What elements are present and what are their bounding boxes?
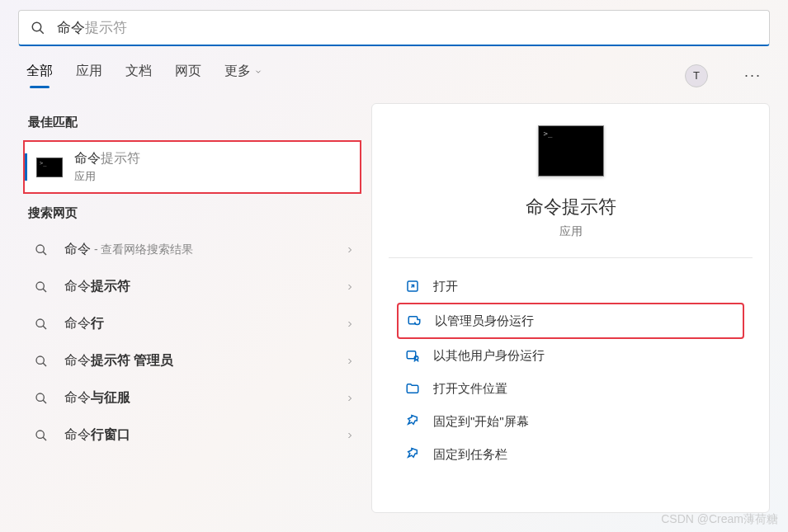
divider bbox=[389, 257, 753, 258]
web-suggestion[interactable]: 命令行窗口 bbox=[23, 417, 361, 454]
tab-documents[interactable]: 文档 bbox=[125, 63, 152, 88]
svg-line-9 bbox=[43, 363, 46, 366]
svg-point-2 bbox=[36, 245, 44, 252]
admin-shield-icon bbox=[405, 312, 423, 330]
action-label: 固定到"开始"屏幕 bbox=[433, 414, 529, 430]
open-icon bbox=[403, 277, 422, 295]
svg-point-0 bbox=[32, 22, 41, 31]
tab-more-label: 更多 bbox=[224, 63, 251, 80]
web-suggestion[interactable]: 命令提示符 管理员 bbox=[23, 342, 361, 379]
web-suggestions-list: 命令 - 查看网络搜索结果 命令提示符 命令行 命令提示符 管理员 命令与征服 bbox=[23, 231, 361, 454]
cmd-icon bbox=[36, 158, 63, 177]
search-icon bbox=[35, 318, 50, 331]
chevron-right-icon bbox=[345, 245, 355, 255]
svg-line-5 bbox=[43, 289, 46, 292]
svg-line-1 bbox=[40, 30, 44, 34]
pin-icon bbox=[403, 445, 422, 464]
search-icon bbox=[35, 243, 50, 257]
web-suggestion[interactable]: 命令提示符 bbox=[23, 268, 361, 305]
user-run-icon bbox=[403, 346, 422, 365]
chevron-right-icon bbox=[345, 319, 355, 329]
action-run-as-admin[interactable]: 以管理员身份运行 bbox=[397, 303, 744, 339]
pin-icon bbox=[403, 412, 422, 431]
svg-point-12 bbox=[36, 431, 44, 438]
tab-web[interactable]: 网页 bbox=[175, 63, 201, 88]
web-suggestion[interactable]: 命令行 bbox=[23, 305, 361, 342]
svg-line-7 bbox=[43, 326, 46, 329]
action-label: 打开文件位置 bbox=[433, 381, 507, 397]
svg-point-6 bbox=[36, 319, 44, 327]
tab-more[interactable]: 更多 bbox=[224, 63, 262, 88]
best-match-title: 命令提示符 bbox=[74, 150, 140, 167]
preview-panel: 命令提示符 应用 打开 以管理员身份运行 以其他用户身份运行 打开文件位置 bbox=[371, 103, 770, 513]
svg-line-13 bbox=[43, 437, 46, 440]
best-match-typed: 命令 bbox=[74, 151, 101, 165]
action-pin-start[interactable]: 固定到"开始"屏幕 bbox=[397, 405, 744, 438]
web-suggestion-text: 命令提示符 管理员 bbox=[64, 352, 345, 370]
svg-point-8 bbox=[36, 356, 44, 364]
web-suggestion-text: 命令与征服 bbox=[64, 389, 345, 407]
search-box[interactable]: 命令提示符 bbox=[18, 10, 770, 46]
chevron-right-icon bbox=[345, 356, 355, 366]
cmd-icon-large bbox=[538, 125, 604, 177]
preview-subtitle: 应用 bbox=[559, 224, 583, 239]
tab-all[interactable]: 全部 bbox=[26, 63, 53, 88]
svg-point-4 bbox=[36, 282, 44, 290]
svg-line-11 bbox=[43, 400, 46, 403]
action-open-file-location[interactable]: 打开文件位置 bbox=[397, 372, 744, 405]
chevron-right-icon bbox=[345, 431, 355, 440]
search-icon bbox=[35, 355, 50, 368]
action-open[interactable]: 打开 bbox=[397, 270, 744, 303]
chevron-right-icon bbox=[345, 282, 355, 292]
action-label: 以管理员身份运行 bbox=[435, 313, 534, 329]
web-suggestion-text: 命令提示符 bbox=[64, 278, 345, 295]
action-pin-taskbar[interactable]: 固定到任务栏 bbox=[397, 438, 744, 471]
best-match-subtitle: 应用 bbox=[74, 169, 140, 184]
folder-icon bbox=[403, 379, 422, 398]
action-label: 以其他用户身份运行 bbox=[433, 348, 545, 364]
chevron-right-icon bbox=[345, 393, 355, 403]
search-icon bbox=[35, 429, 50, 442]
svg-point-10 bbox=[36, 393, 44, 401]
best-match-result[interactable]: 命令提示符 应用 bbox=[23, 140, 361, 194]
more-menu-button[interactable]: ··· bbox=[744, 67, 762, 84]
svg-line-3 bbox=[43, 252, 46, 255]
web-suggestion-text: 命令行窗口 bbox=[64, 426, 345, 444]
web-suggestion[interactable]: 命令 - 查看网络搜索结果 bbox=[23, 231, 361, 268]
web-suggestion[interactable]: 命令与征服 bbox=[23, 379, 361, 417]
search-icon bbox=[35, 392, 50, 405]
tabs-bar: 全部 应用 文档 网页 更多 T ··· bbox=[0, 46, 788, 88]
chevron-down-icon bbox=[254, 68, 262, 76]
best-match-heading: 最佳匹配 bbox=[28, 115, 356, 130]
search-icon bbox=[35, 280, 50, 294]
web-search-heading: 搜索网页 bbox=[28, 205, 356, 221]
web-suggestion-text: 命令行 bbox=[64, 315, 345, 332]
watermark: CSDN @Cream薄荷糖 bbox=[661, 512, 778, 527]
search-typed-text: 命令 bbox=[57, 18, 85, 37]
web-suggestion-text: 命令 - 查看网络搜索结果 bbox=[64, 241, 345, 258]
action-run-as-user[interactable]: 以其他用户身份运行 bbox=[397, 339, 744, 372]
best-match-rest: 提示符 bbox=[101, 151, 140, 165]
avatar[interactable]: T bbox=[685, 64, 708, 87]
tab-apps[interactable]: 应用 bbox=[76, 63, 102, 88]
preview-title: 命令提示符 bbox=[526, 195, 616, 219]
action-label: 打开 bbox=[433, 279, 458, 294]
search-completion-text: 提示符 bbox=[85, 18, 127, 37]
action-label: 固定到任务栏 bbox=[433, 447, 507, 463]
search-icon bbox=[31, 21, 45, 35]
